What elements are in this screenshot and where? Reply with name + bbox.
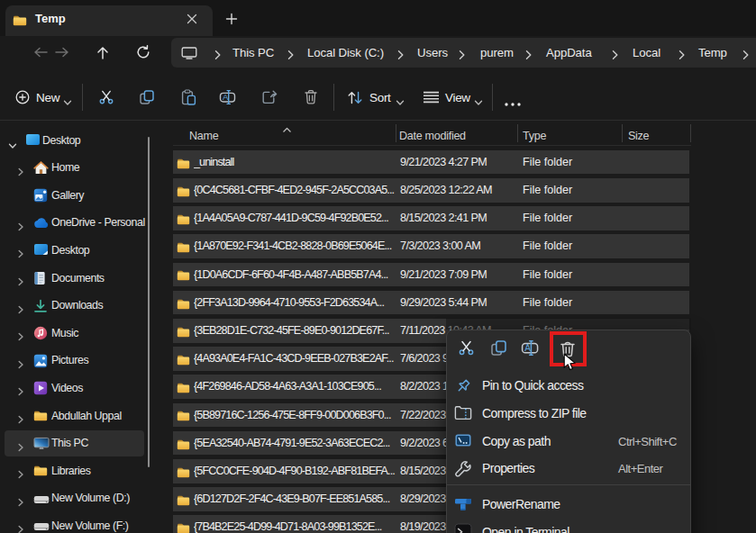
svg-text:A: A (223, 92, 229, 102)
svg-text:A: A (524, 343, 531, 353)
